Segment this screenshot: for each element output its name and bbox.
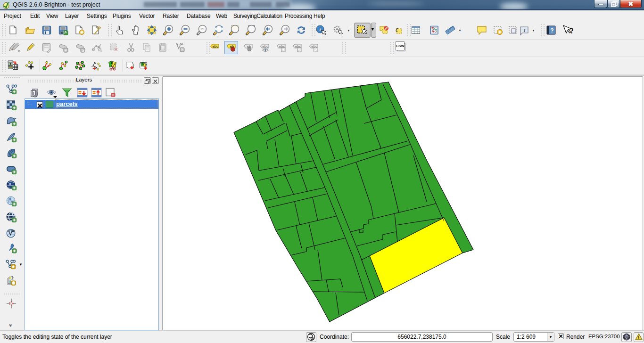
svg-text:?: ? (570, 27, 573, 35)
svg-text:2: 2 (145, 63, 146, 66)
svg-text:1:1: 1:1 (200, 27, 205, 31)
svg-text:abc: abc (213, 44, 219, 49)
svg-text:2: 2 (114, 62, 116, 65)
svg-text:ε: ε (396, 26, 398, 33)
svg-text:?: ? (550, 27, 553, 34)
svg-text:abc: abc (263, 44, 269, 49)
svg-text:T: T (523, 27, 526, 33)
